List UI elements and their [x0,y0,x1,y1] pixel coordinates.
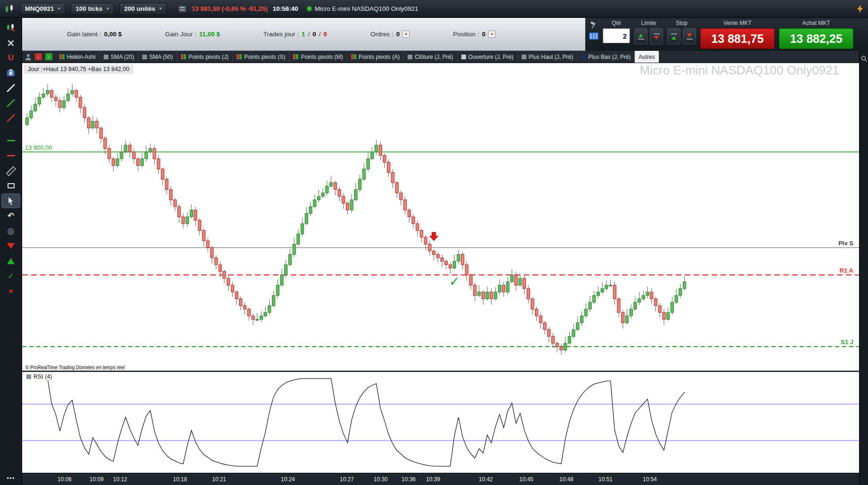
indicator-chip-label: SMA (50) [149,54,173,60]
instrument-selector[interactable]: MNQ0921 ▼ [20,3,66,15]
cancel-icon[interactable]: × [2,284,20,298]
indicator-chip-autres[interactable]: Autres [635,51,659,63]
buy-arrow-icon[interactable] [2,254,20,268]
cursor-tool-icon[interactable] [2,194,20,208]
indicator-chip-label: Points pivots (M) [301,54,343,60]
trades-jour: Trades jour : 1 / 0 / 0 [263,31,327,38]
candle [605,285,608,289]
candle [334,183,336,190]
undo-icon[interactable]: ↶ [2,209,20,223]
capture-icon[interactable] [2,66,20,80]
horizontal-line-green-icon[interactable] [2,134,20,147]
toolbar-more-button[interactable]: ⋯ [7,473,15,483]
buy-stop-button[interactable] [667,28,680,44]
confirm-icon[interactable]: ✓ [2,269,20,283]
buy-limit-button[interactable] [634,28,647,44]
candles-icon [237,54,242,59]
trade-check-icon: ✓ [449,275,460,289]
calculator-icon[interactable] [589,32,598,40]
candlestick-canvas[interactable]: ✓13 900,00Piv SR1 AS1 J [22,63,859,371]
time-axis[interactable]: 10:0610:0910:1210:1810:2110:2410:2710:30… [22,473,859,485]
indicator-chip-plus-bas-j-pr[interactable]: Plus Bas (J, Pré) [577,51,635,63]
indicator-chip-ouverture-j-pr[interactable]: Ouverture (J, Pré) [458,51,518,63]
bearish-line-tool-icon[interactable] [2,111,20,125]
quote-board-icon[interactable] [179,6,186,12]
indicator-chip-sma-50[interactable]: SMA (50) [139,51,177,63]
candle [625,316,628,323]
candle [317,196,320,200]
search-icon[interactable] [861,56,867,62]
candle [350,200,353,210]
account-bar: Gain latent : 0,00 $ Gain Jour : 11,00 $… [22,18,585,51]
sell-market-button[interactable]: 13 881,75 [700,28,775,49]
sell-arrow-icon[interactable] [2,239,20,253]
candle [252,316,254,319]
indicator-chip-points-pivots-s[interactable]: Points pivots (S) [233,51,289,63]
rsi-canvas[interactable] [22,372,859,473]
rectangle-tool-icon[interactable] [2,179,20,193]
stop-column: Stop [667,20,696,44]
gain-latent-value: 0,00 $ [104,31,122,38]
cancel-orders-checkbox[interactable]: × [402,31,409,38]
chart-settings-icon[interactable] [2,21,20,34]
candle [395,183,398,193]
indicator-chip-list: Heikin-AshiSMA (20)SMA (50)Points pivots… [56,51,659,63]
sell-signal-icon[interactable]: ↓ [35,53,42,60]
power-icon[interactable] [857,5,863,13]
indicator-chip-points-pivots-a[interactable]: Points pivots (A) [347,51,404,63]
rsi-panel[interactable]: RSI (4) [22,372,859,473]
indicator-chip-plus-haut-j-pr[interactable]: Plus Haut (J, Pré) [518,51,578,63]
qty-header: Qté [612,20,621,27]
buy-signal-icon[interactable]: ↑ [45,53,52,60]
rsi-label[interactable]: RSI (4) [24,373,55,380]
indicator-chip-points-pivots-j[interactable]: Points pivots (J) [177,51,233,63]
candle [120,152,123,159]
trendline-tool-icon[interactable] [2,81,20,95]
magnet-icon[interactable]: U [2,51,20,65]
buy-mkt-header: Achat MKT [802,20,830,27]
candle [548,330,550,337]
horizontal-line-red-icon[interactable] [2,149,20,162]
drawing-tools-icon[interactable] [2,36,20,49]
ruler-icon[interactable] [2,164,20,178]
indicator-chip-label: Points pivots (A) [359,54,400,60]
candle [54,97,57,101]
candle [461,254,464,265]
candle [272,295,275,306]
units-selector[interactable]: 200 unités ▼ [119,3,167,15]
candle [202,231,205,241]
indicator-chip-label: Plus Bas (J, Pré) [588,54,631,60]
close-position-checkbox[interactable]: × [488,31,495,38]
crosshair-icon[interactable]: ◎ [2,224,20,238]
trade-bar: Gain latent : 0,00 $ Gain Jour : 11,00 $… [22,18,868,51]
indicator-chip-cl-ture-j-pr[interactable]: Clôture (J, Pré) [404,51,457,63]
indicator-chip-points-pivots-m[interactable]: Points pivots (M) [289,51,347,63]
sell-limit-button[interactable] [650,28,663,44]
order-tool-icon[interactable] [589,22,598,29]
user-icon[interactable] [25,54,32,60]
candle [346,203,349,210]
order-panel: Qté Limite Stop [585,18,868,51]
chart-app-icon[interactable] [5,4,15,14]
sell-stop-button[interactable] [683,28,696,44]
indicator-chip-sma-20[interactable]: SMA (20) [100,51,139,63]
bullish-line-tool-icon[interactable] [2,96,20,110]
buy-market-button[interactable]: 13 882,25 [779,28,853,49]
candle [507,282,509,292]
instrument-label: MNQ0921 [25,5,54,12]
quantity-input[interactable] [603,28,630,43]
indicator-chip-heikin-ashi[interactable]: Heikin-Ashi [56,51,100,63]
price-chart[interactable]: Micro E-mini NASDAQ100 Only0921 Jour :+H… [22,63,859,371]
candle [572,330,575,337]
top-toolbar: MNQ0921 ▼ 100 ticks ▼ 200 unités ▼ 13 88… [0,0,868,18]
time-label: 10:39 [426,476,440,483]
right-scroll-strip[interactable] [859,51,868,485]
candle [523,278,525,289]
candle [293,244,295,255]
timeframe-selector[interactable]: 100 ticks ▼ [71,3,114,15]
candle [362,169,365,179]
gain-latent: Gain latent : 0,00 $ [67,31,122,38]
candle [387,162,390,172]
candle [301,224,304,234]
limit-column: Limite [634,20,663,44]
